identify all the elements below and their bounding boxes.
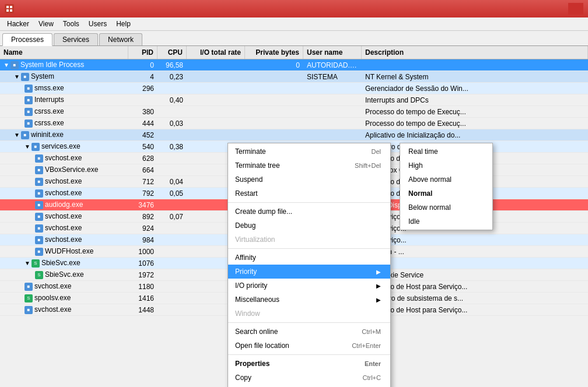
cell-cpu (158, 205, 187, 206)
priority-submenu-item-realtime[interactable]: Real time (400, 145, 492, 159)
cell-priv (245, 135, 303, 136)
menu-bar: Hacker View Tools Users Help (0, 17, 588, 31)
menu-separator (228, 202, 390, 203)
cell-cpu (158, 240, 187, 241)
cell-pid: 1972 (128, 270, 158, 280)
cell-desc: Processo de Host para Serviço... (362, 282, 588, 291)
menu-users[interactable]: Users (84, 19, 111, 29)
cell-desc: undation - ... (362, 247, 588, 256)
cell-user (303, 88, 362, 89)
cell-name: SSbieSvc.exe (0, 270, 128, 280)
cell-io (187, 76, 245, 78)
priority-submenu-item-below-normal[interactable]: Below normal (400, 200, 492, 214)
cell-cpu: 0,03 (158, 119, 187, 128)
restore-button[interactable] (552, 3, 567, 15)
col-header-name[interactable]: Name (0, 46, 128, 59)
process-icon: ■ (24, 119, 33, 128)
context-menu-item-debug[interactable]: Debug (228, 219, 390, 233)
context-menu-item-copy[interactable]: CopyCtrl+C (228, 371, 390, 385)
table-row[interactable]: ▼■wininit.exe 452 Aplicativo de Iniciali… (0, 129, 588, 141)
context-menu-item-properties[interactable]: PropertiesEnter (228, 357, 390, 371)
priority-submenu-item-above-normal[interactable]: Above normal (400, 173, 492, 187)
table-row[interactable]: ▼■System Idle Process 0 96,58 0 AUTORIDA… (0, 59, 588, 71)
cell-pid: 1448 (128, 305, 158, 315)
context-menu-item-suspend[interactable]: Suspend (228, 173, 390, 187)
cell-name: ■WUDFHost.exe (0, 247, 128, 256)
cell-name: ▼■System Idle Process (0, 60, 128, 70)
context-menu-item-miscellaneous[interactable]: Miscellaneous▶ (228, 293, 390, 307)
context-menu-item-restart[interactable]: Restart (228, 187, 390, 200)
priority-submenu-item-high[interactable]: High (400, 159, 492, 173)
col-header-io[interactable]: I/O total rate (187, 46, 245, 59)
shortcut-label: Shift+Del (355, 162, 381, 169)
title-bar-left (5, 4, 18, 13)
process-icon: ■ (10, 61, 19, 69)
menu-hacker[interactable]: Hacker (2, 19, 34, 29)
context-menu-item-search-online[interactable]: Search onlineCtrl+M (228, 325, 390, 339)
cell-desc: Processo de Host para Serviço... (362, 305, 588, 315)
col-header-cpu[interactable]: CPU (158, 46, 187, 59)
table-row[interactable]: ▼■System 4 0,23 SISTEMA NT Kernel & Syst… (0, 71, 588, 83)
cell-cpu (158, 263, 187, 264)
menu-label: Debug (235, 221, 256, 230)
priority-submenu-item-normal[interactable]: Normal (400, 187, 492, 200)
cell-desc (362, 263, 588, 264)
menu-tools[interactable]: Tools (58, 19, 84, 29)
context-menu-item-create-dump[interactable]: Create dump file... (228, 205, 390, 219)
priority-submenu-item-idle[interactable]: Idle (400, 214, 492, 228)
table-row[interactable]: ■Interrupts 0,40 Interrupts and DPCs (0, 94, 588, 106)
process-icon: ■ (24, 96, 33, 104)
context-menu-item-affinity[interactable]: Affinity (228, 251, 390, 265)
col-header-user[interactable]: User name (303, 46, 362, 59)
process-icon: ■ (21, 73, 29, 81)
svg-rect-2 (6, 9, 9, 12)
shortcut-label: Del (371, 148, 381, 155)
shortcut-label: Enter (365, 360, 381, 367)
menu-help[interactable]: Help (111, 19, 135, 29)
cell-cpu: 0,40 (158, 96, 187, 105)
tab-network[interactable]: Network (99, 33, 142, 45)
cell-cpu (158, 88, 187, 89)
tab-services[interactable]: Services (54, 33, 98, 45)
cell-pid: 0 (128, 61, 158, 70)
cell-cpu (158, 111, 187, 112)
shortcut-label: Ctrl+C (363, 374, 381, 381)
menu-separator (228, 322, 390, 323)
context-menu-item-priority[interactable]: Priority▶ (228, 265, 390, 279)
col-header-pid[interactable]: PID (128, 46, 158, 59)
table-row[interactable]: ■csrss.exe 444 0,03 Processo do tempo de… (0, 118, 588, 129)
col-header-desc[interactable]: Description (362, 46, 588, 59)
cell-desc: Sandboxie Service (362, 270, 588, 280)
process-icon: ■ (35, 224, 43, 233)
cell-io (187, 88, 245, 89)
cell-name: ▼SSbieSvc.exe (0, 258, 128, 268)
col-header-priv[interactable]: Private bytes (245, 46, 303, 59)
context-menu-item-terminate[interactable]: TerminateDel (228, 145, 390, 159)
cell-cpu (158, 298, 187, 299)
cell-desc: Aplicativo de Inicialização do... (362, 131, 588, 140)
cell-user (303, 135, 362, 136)
cell-desc: Aplicativo de subsistema de s... (362, 294, 588, 303)
context-menu: TerminateDelTerminate treeShift+DelSuspe… (228, 143, 391, 387)
tab-processes[interactable]: Processes (2, 33, 52, 46)
tabs-bar: Processes Services Network (0, 31, 588, 46)
cell-cpu: 0,38 (158, 142, 187, 152)
table-row[interactable]: ■smss.exe 296 Gerenciador de Sessão do W… (0, 83, 588, 94)
cell-cpu (158, 309, 187, 311)
table-row[interactable]: ■csrss.exe 380 Processo do tempo de Exec… (0, 106, 588, 118)
menu-label: Suspend (235, 175, 262, 184)
context-menu-item-io-priority[interactable]: I/O priority▶ (228, 279, 390, 293)
close-button[interactable] (568, 3, 583, 15)
process-icon: ■ (21, 131, 29, 139)
context-menu-item-window: Window (228, 307, 390, 321)
minimize-button[interactable] (536, 3, 551, 15)
priority-label: Real time (408, 147, 438, 156)
cell-desc: Gerenciador de Sessão do Win... (362, 84, 588, 93)
context-menu-item-terminate-tree[interactable]: Terminate treeShift+Del (228, 159, 390, 173)
context-menu-item-copy-io[interactable]: Copy "I/O total rate" (228, 385, 390, 387)
menu-label: Priority (235, 268, 257, 276)
cell-cpu (158, 158, 187, 159)
app-icon-svg (6, 5, 13, 12)
menu-view[interactable]: View (34, 19, 58, 29)
context-menu-item-open-file[interactable]: Open file locationCtrl+Enter (228, 339, 390, 353)
